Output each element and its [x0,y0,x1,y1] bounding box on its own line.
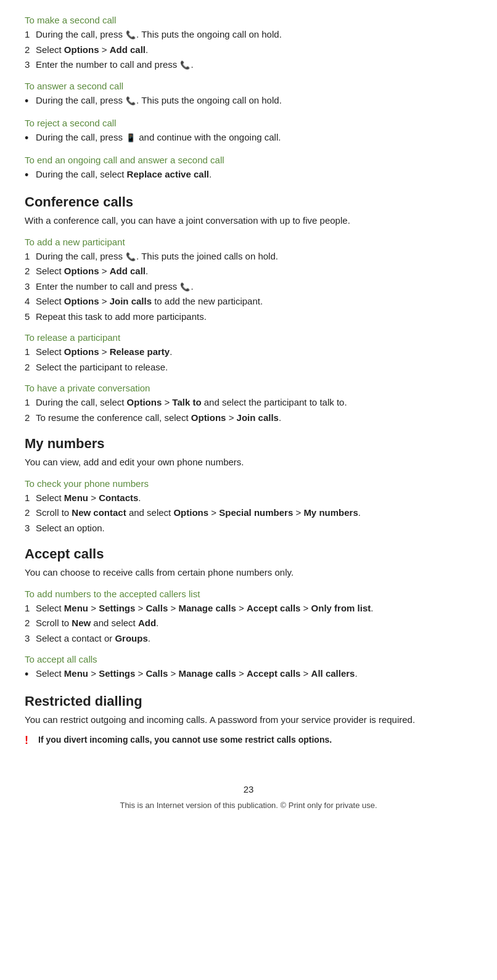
call-icon: 📞 [180,59,190,71]
bullet-icon: • [25,94,36,109]
num: 2 [25,43,36,57]
heading-conference-calls: Conference calls [25,194,472,210]
heading-accept-all-calls: To accept all calls [25,654,472,664]
heading-restricted-dialling: Restricted dialling [25,693,472,709]
call-icon: 📞 [126,95,136,107]
num: 2 [25,506,36,520]
num: 1 [25,345,36,359]
item-text: Scroll to New and select Add. [36,616,158,631]
heading-check-phone-numbers: To check your phone numbers [25,478,472,489]
list-item: 2 Scroll to New contact and select Optio… [25,506,472,520]
list-check-phone-numbers: 1 Select Menu > Contacts. 2 Scroll to Ne… [25,491,472,536]
heading-accept-calls: Accept calls [25,546,472,562]
num: 2 [25,361,36,375]
num: 2 [25,616,36,631]
call-icon: 📞 [126,29,136,41]
num: 2 [25,411,36,425]
item-text: During the call, press 📞. This puts the … [36,94,282,108]
list-private-conversation: 1 During the call, select Options > Talk… [25,396,472,425]
list-item: 3 Select a contact or Groups. [25,632,472,646]
item-text: Select Menu > Settings > Calls > Manage … [36,602,373,616]
page-content: To make a second call 1 During the call,… [25,15,472,810]
list-item: 2 Scroll to New and select Add. [25,616,472,631]
heading-reject-second-call: To reject a second call [25,118,472,128]
section-private-conversation: To have a private conversation 1 During … [25,383,472,425]
item-text: Scroll to New contact and select Options… [36,506,361,520]
section-check-phone-numbers: To check your phone numbers 1 Select Men… [25,478,472,536]
list-item: 1 During the call, select Options > Talk… [25,396,472,410]
section-accept-all-calls: To accept all calls • Select Menu > Sett… [25,654,472,682]
list-item: 1 Select Options > Release party. [25,345,472,359]
end-call-icon: 📱 [126,132,136,144]
bullet-icon: • [25,667,36,682]
section-reject-second-call: To reject a second call • During the cal… [25,118,472,146]
section-accept-calls: Accept calls You can choose to receive c… [25,546,472,580]
list-item: • During the call, press 📞. This puts th… [25,94,472,109]
list-item: 1 During the call, press 📞. This puts th… [25,250,472,264]
list-reject-second-call: • During the call, press 📱 and continue … [25,131,472,146]
bullet-icon: • [25,131,36,146]
num: 3 [25,280,36,294]
list-item: 1 Select Menu > Contacts. [25,491,472,505]
list-item: 2 Select Options > Add call. [25,264,472,279]
list-item: 2 To resume the conference call, select … [25,411,472,425]
my-numbers-description: You can view, add and edit your own phon… [25,455,472,470]
item-text: To resume the conference call, select Op… [36,411,281,425]
item-text: Select the participant to release. [36,361,168,375]
num: 5 [25,310,36,324]
heading-end-answer-second-call: To end an ongoing call and answer a seco… [25,155,472,165]
heading-my-numbers: My numbers [25,436,472,452]
list-item: 1 During the call, press 📞. This puts th… [25,28,472,42]
item-text: Select Menu > Contacts. [36,491,141,505]
item-text: During the call, select Options > Talk t… [36,396,347,410]
bullet-icon: • [25,168,36,183]
section-release-participant: To release a participant 1 Select Option… [25,332,472,374]
num: 4 [25,295,36,309]
list-item: 2 Select the participant to release. [25,361,472,375]
item-text: Select Options > Add call. [36,264,148,279]
num: 1 [25,396,36,410]
list-item: 3 Enter the number to call and press 📞. [25,58,472,72]
note-row: ! If you divert incoming calls, you cann… [25,733,472,747]
item-text: During the call, select Replace active c… [36,168,212,182]
num: 3 [25,632,36,646]
list-add-participant: 1 During the call, press 📞. This puts th… [25,250,472,324]
num: 3 [25,58,36,72]
list-item: 3 Select an option. [25,521,472,536]
heading-release-participant: To release a participant [25,332,472,343]
accept-calls-description: You can choose to receive calls from cer… [25,566,472,580]
heading-answer-second-call: To answer a second call [25,81,472,91]
item-text: Select Options > Add call. [36,43,148,57]
section-my-numbers: My numbers You can view, add and edit yo… [25,436,472,470]
list-release-participant: 1 Select Options > Release party. 2 Sele… [25,345,472,374]
num: 1 [25,602,36,616]
num: 3 [25,521,36,536]
section-add-participant: To add a new participant 1 During the ca… [25,237,472,324]
list-item: 5 Repeat this task to add more participa… [25,310,472,324]
note-icon: ! [25,734,38,747]
list-answer-second-call: • During the call, press 📞. This puts th… [25,94,472,109]
item-text: During the call, press 📞. This puts the … [36,28,282,42]
section-restricted-dialling: Restricted dialling You can restrict out… [25,693,472,727]
item-text: Select an option. [36,521,105,536]
item-text: During the call, press 📱 and continue wi… [36,131,281,145]
item-text: During the call, press 📞. This puts the … [36,250,278,264]
num: 1 [25,491,36,505]
list-item: 3 Enter the number to call and press 📞. [25,280,472,294]
item-text: Select Options > Join calls to add the n… [36,295,263,309]
note-text: If you divert incoming calls, you cannot… [38,733,332,746]
conference-calls-description: With a conference call, you can have a j… [25,214,472,228]
section-answer-second-call: To answer a second call • During the cal… [25,81,472,109]
heading-add-participant: To add a new participant [25,237,472,247]
item-text: Select Menu > Settings > Calls > Manage … [36,667,358,681]
list-item: 2 Select Options > Add call. [25,43,472,57]
heading-private-conversation: To have a private conversation [25,383,472,393]
heading-add-numbers-accepted: To add numbers to the accepted callers l… [25,589,472,599]
section-end-answer-second-call: To end an ongoing call and answer a seco… [25,155,472,183]
section-make-second-call: To make a second call 1 During the call,… [25,15,472,72]
section-add-numbers-accepted: To add numbers to the accepted callers l… [25,589,472,646]
list-end-answer-second-call: • During the call, select Replace active… [25,168,472,183]
list-item: 1 Select Menu > Settings > Calls > Manag… [25,602,472,616]
restricted-dialling-description: You can restrict outgoing and incoming c… [25,713,472,727]
item-text: Repeat this task to add more participant… [36,310,207,324]
